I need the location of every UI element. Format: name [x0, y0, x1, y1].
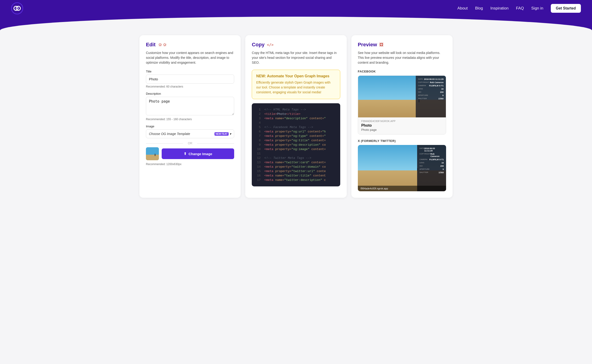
- preview-description: See how your website will look on social…: [358, 51, 446, 65]
- twitter-meta-overlay: DATE 2016:06:03 11:11:29 COPYRIGHT Rob C…: [417, 145, 446, 191]
- desc-hint: Recommended: 155 - 160 characters: [146, 118, 234, 121]
- copy-panel-header: Copy </>: [252, 42, 340, 48]
- change-image-label: Change Image: [189, 152, 212, 156]
- change-image-button[interactable]: ⬆ Change Image: [162, 149, 234, 159]
- image-select-placeholder: Choose OG Image Template: [149, 132, 190, 136]
- code-line-11: 11: [252, 151, 340, 156]
- nav-faq[interactable]: FAQ: [516, 6, 524, 11]
- code-line-17: 17 <meta name="twitter:description" c: [252, 178, 340, 182]
- chevron-down-icon: ▾: [229, 132, 231, 136]
- edit-description: Customize how your content appears on se…: [146, 51, 234, 65]
- header-wave: [0, 17, 592, 31]
- title-hint: Recommended: 60 characters: [146, 85, 234, 88]
- image-size-hint: Recommended: 1200x630px: [146, 162, 234, 166]
- new-feat-badge: NEW FEAT: [215, 132, 229, 136]
- header: About Blog Inspiration FAQ Sign in Get S…: [0, 0, 592, 17]
- meta-aperture: APERTURE 9: [418, 94, 443, 97]
- image-thumbnail: [146, 147, 159, 160]
- code-block: 1 <!-- HTML Meta Tags --> 2 <title>Photo…: [252, 103, 340, 186]
- photo-meta-overlay: DATE 2016:06:03 11:11:29 COPYRIGHT Rob C…: [416, 76, 446, 117]
- logo-icon: [11, 2, 23, 14]
- code-line-15: 15 <meta property="twitter:url" conte: [252, 169, 340, 173]
- code-line-12: 12 <!-- Twitter Meta Tags -->: [252, 156, 340, 160]
- code-line-8: 8 <meta property="og:title" content=: [252, 138, 340, 143]
- meta-lens: LENS 16: [418, 88, 443, 90]
- twitter-section-title: X (FORMERLY TWITTER): [358, 139, 446, 143]
- edit-title: Edit: [146, 42, 156, 48]
- edit-icon: ⛭⛭: [158, 42, 167, 47]
- tw-meta-lens: LENS 16: [419, 162, 444, 164]
- promo-text: Efficiently generate stylish Open Graph …: [256, 80, 336, 95]
- copy-description: Copy the HTML meta tags for your site. I…: [252, 51, 340, 65]
- code-line-13: 13 <meta name="twitter:card" content=: [252, 160, 340, 165]
- preview-title: Preview: [358, 42, 377, 48]
- meta-shutter: SHUTTER 1/350: [418, 98, 443, 100]
- tw-meta-shutter: SHUTTER 1/350: [419, 171, 444, 174]
- facebook-preview-info: F994ADE4C83F.NGROK.APP Photo Photo page: [358, 117, 446, 134]
- change-image-row: ⬆ Change Image: [146, 147, 234, 160]
- copy-panel: Copy </> Copy the HTML meta tags for you…: [245, 35, 346, 198]
- code-line-6: 6 <meta property="og:url" content="h: [252, 130, 340, 134]
- preview-icon: 🖼: [379, 42, 384, 47]
- meta-copyright: COPYRIGHT Rob Cameron: [418, 81, 443, 84]
- twitter-image: DATE 2016:06:03 11:11:29 COPYRIGHT Rob C…: [358, 145, 446, 191]
- promo-title: NEW: Automate Your Open Graph Images: [256, 74, 336, 78]
- main-content: Edit ⛭⛭ Customize how your content appea…: [134, 31, 458, 207]
- edit-panel-header: Edit ⛭⛭: [146, 42, 234, 48]
- twitter-url-bar: f994ade4c83f.ngrok.app: [358, 186, 446, 191]
- desc-input[interactable]: Photo page: [146, 97, 234, 115]
- code-line-9: 9 <meta property="og:description" co: [252, 143, 340, 147]
- code-line-14: 14 <meta property="twitter:domain" co: [252, 165, 340, 169]
- image-template-select[interactable]: Choose OG Image Template NEW FEAT ▾: [146, 130, 234, 138]
- code-line-5: 5 <!-- Facebook Meta Tags -->: [252, 125, 340, 130]
- code-line-16: 16 <meta name="twitter:title" content: [252, 173, 340, 178]
- copy-title: Copy: [252, 42, 265, 48]
- code-line-4: 4: [252, 121, 340, 125]
- code-line-3: 3 <meta name="description" content=": [252, 116, 340, 121]
- title-input[interactable]: [146, 75, 234, 84]
- svg-rect-3: [146, 155, 159, 160]
- nav-about[interactable]: About: [457, 6, 468, 11]
- code-line-1: 1 <!-- HTML Meta Tags -->: [252, 107, 340, 112]
- desc-label: Description: [146, 92, 234, 95]
- code-icon: </>: [267, 43, 273, 47]
- tw-meta-camera: CAMERA FUJIFILM X-T1: [419, 158, 444, 161]
- title-label: Title: [146, 70, 234, 73]
- nav-blog[interactable]: Blog: [475, 6, 483, 11]
- upload-icon: ⬆: [184, 152, 187, 156]
- meta-camera: CAMERA FUJIFILM X-T1: [418, 84, 443, 87]
- tw-meta-iso: ISO 200: [419, 165, 444, 167]
- facebook-preview-image: DATE 2016:06:03 11:11:29 COPYRIGHT Rob C…: [358, 76, 446, 117]
- code-line-10: 10 <meta property="og:image" content=: [252, 147, 340, 151]
- edit-panel: Edit ⛭⛭ Customize how your content appea…: [139, 35, 241, 198]
- facebook-preview-card: DATE 2016:06:03 11:11:29 COPYRIGHT Rob C…: [358, 76, 446, 135]
- logo[interactable]: [11, 2, 23, 14]
- tw-meta-date: DATE 2016:06:03 11:11:29: [419, 147, 444, 152]
- nav-inspiration[interactable]: Inspiration: [490, 6, 508, 11]
- facebook-section-title: FACEBOOK: [358, 70, 446, 73]
- nav: About Blog Inspiration FAQ Sign in Get S…: [457, 4, 581, 13]
- code-line-7: 7 <meta property="og:type" content=": [252, 134, 340, 138]
- svg-rect-4: [155, 154, 156, 156]
- twitter-preview-card: DATE 2016:06:03 11:11:29 COPYRIGHT Rob C…: [358, 145, 446, 191]
- get-started-button[interactable]: Get Started: [551, 4, 581, 13]
- preview-panel: Preview 🖼 See how your website will look…: [351, 35, 453, 198]
- preview-domain: F994ADE4C83F.NGROK.APP: [361, 120, 442, 123]
- preview-page-title: Photo: [361, 124, 442, 128]
- image-label: Image: [146, 124, 234, 128]
- promo-box: NEW: Automate Your Open Graph Images Eff…: [252, 70, 340, 99]
- tw-meta-copyright: COPYRIGHT Rob Cameron: [419, 153, 444, 157]
- preview-page-desc: Photo page: [361, 128, 442, 131]
- or-divider: OR: [146, 142, 234, 145]
- preview-panel-header: Preview 🖼: [358, 42, 446, 48]
- code-line-2: 2 <title>Photo</title>: [252, 112, 340, 116]
- meta-date: DATE 2016:06:03 11:11:29: [418, 78, 443, 80]
- tw-meta-aperture: APERTURE 9: [419, 168, 444, 170]
- meta-iso: ISO 200: [418, 91, 443, 93]
- nav-signin[interactable]: Sign in: [531, 6, 543, 11]
